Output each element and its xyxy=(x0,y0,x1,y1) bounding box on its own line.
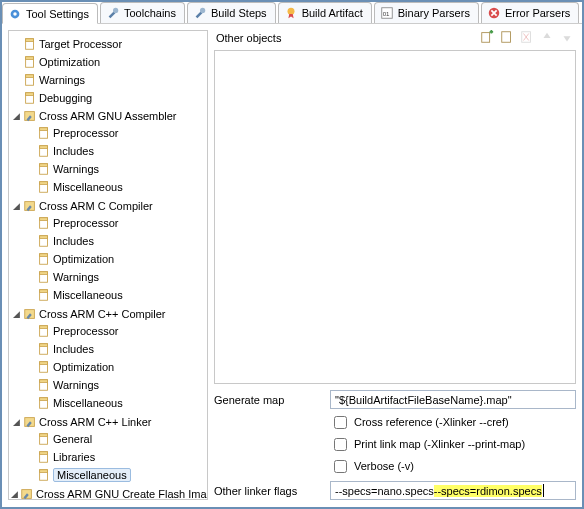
settings-panel: Other objects Generate map Cross referen… xyxy=(214,30,576,500)
tree-group[interactable]: ◢Cross ARM GNU Create Flash Image xyxy=(11,486,205,500)
svg-text:01: 01 xyxy=(382,10,389,17)
tab-error-parsers[interactable]: Error Parsers xyxy=(481,2,579,23)
tree-item[interactable]: Libraries xyxy=(25,449,205,465)
settings-tree[interactable]: Target ProcessorOptimizationWarningsDebu… xyxy=(8,30,208,500)
tab-binary-parsers[interactable]: 01 Binary Parsers xyxy=(374,2,479,23)
tree-item[interactable]: Optimization xyxy=(11,54,205,70)
flag-text-plain: --specs=nano.specs xyxy=(335,485,434,497)
other-objects-list[interactable] xyxy=(214,50,576,384)
tree-item[interactable]: Optimization xyxy=(25,359,205,375)
tree-item-label: Libraries xyxy=(53,451,95,463)
tree-group-label: Cross ARM C++ Compiler xyxy=(39,308,166,320)
svg-rect-44 xyxy=(40,380,48,383)
tree-item[interactable]: Includes xyxy=(25,341,205,357)
tree-item[interactable]: Miscellaneous xyxy=(25,467,205,483)
tab-label: Binary Parsers xyxy=(398,7,470,19)
tab-build-steps[interactable]: Build Steps xyxy=(187,2,276,23)
expand-icon[interactable]: ◢ xyxy=(11,309,21,319)
tab-label: Build Steps xyxy=(211,7,267,19)
tab-toolchains[interactable]: Toolchains xyxy=(100,2,185,23)
page-icon xyxy=(23,37,37,51)
page-icon xyxy=(37,342,51,356)
page-icon xyxy=(37,162,51,176)
generate-map-input[interactable] xyxy=(330,390,576,409)
svg-point-2 xyxy=(113,8,118,13)
svg-rect-9 xyxy=(26,39,34,42)
error-icon xyxy=(487,6,501,20)
tree-item-label: Optimization xyxy=(53,361,114,373)
delete-icon[interactable] xyxy=(520,30,534,46)
tab-build-artifact[interactable]: Build Artifact xyxy=(278,2,372,23)
tree-group-label: Cross ARM C Compiler xyxy=(39,200,153,212)
tree-group[interactable]: ◢Cross ARM C++ Linker xyxy=(11,414,205,430)
tree-item[interactable]: Preprocessor xyxy=(25,323,205,339)
svg-point-1 xyxy=(13,12,17,16)
svg-point-3 xyxy=(200,8,205,13)
svg-rect-22 xyxy=(40,164,48,167)
tree-item-label: Preprocessor xyxy=(53,325,118,337)
svg-rect-38 xyxy=(40,326,48,329)
tree-item[interactable]: Includes xyxy=(25,143,205,159)
tab-label: Error Parsers xyxy=(505,7,570,19)
tree-item-label: Warnings xyxy=(53,379,99,391)
tree-item-label: General xyxy=(53,433,92,445)
tree-item[interactable]: Miscellaneous xyxy=(25,287,205,303)
page-icon xyxy=(37,378,51,392)
move-up-icon[interactable] xyxy=(540,30,554,46)
tool-icon xyxy=(23,307,37,321)
svg-rect-29 xyxy=(40,236,48,239)
svg-rect-24 xyxy=(40,182,48,185)
wrench-icon xyxy=(193,6,207,20)
page-icon xyxy=(23,91,37,105)
tree-item-label: Miscellaneous xyxy=(53,181,123,193)
add-file-icon[interactable] xyxy=(500,30,514,46)
page-icon xyxy=(37,270,51,284)
svg-rect-40 xyxy=(40,344,48,347)
generate-map-label: Generate map xyxy=(214,394,324,406)
tool-icon xyxy=(23,109,37,123)
tool-icon xyxy=(23,415,37,429)
tree-item[interactable]: Warnings xyxy=(11,72,205,88)
tree-item[interactable]: Debugging xyxy=(11,90,205,106)
tree-item[interactable]: Warnings xyxy=(25,161,205,177)
tree-group[interactable]: ◢Cross ARM C++ Compiler xyxy=(11,306,205,322)
svg-rect-61 xyxy=(502,32,511,43)
page-icon xyxy=(37,324,51,338)
tree-item-label: Preprocessor xyxy=(53,127,118,139)
tree-item-label: Optimization xyxy=(53,253,114,265)
svg-rect-53 xyxy=(40,470,48,473)
tree-item-label: Target Processor xyxy=(39,38,122,50)
svg-rect-13 xyxy=(26,75,34,78)
svg-rect-33 xyxy=(40,272,48,275)
move-down-icon[interactable] xyxy=(560,30,574,46)
tree-item[interactable]: Preprocessor xyxy=(25,125,205,141)
cross-reference-checkbox[interactable] xyxy=(334,416,347,429)
tree-group[interactable]: ◢Cross ARM C Compiler xyxy=(11,198,205,214)
page-icon xyxy=(37,216,51,230)
tree-item[interactable]: Miscellaneous xyxy=(25,179,205,195)
tree-item[interactable]: General xyxy=(25,431,205,447)
tree-item[interactable]: Warnings xyxy=(25,377,205,393)
tree-group-label: Cross ARM C++ Linker xyxy=(39,416,151,428)
other-linker-flags-input[interactable]: --specs=nano.specs --specs=rdimon.specs xyxy=(330,481,576,500)
tree-item[interactable]: Optimization xyxy=(25,251,205,267)
tree-item[interactable]: Preprocessor xyxy=(25,215,205,231)
tab-tool-settings[interactable]: Tool Settings xyxy=(2,3,98,24)
expand-icon[interactable]: ◢ xyxy=(11,489,18,499)
verbose-checkbox[interactable] xyxy=(334,460,347,473)
expand-icon[interactable]: ◢ xyxy=(11,111,21,121)
tree-item[interactable]: Target Processor xyxy=(11,36,205,52)
tree-group[interactable]: ◢Cross ARM GNU Assembler xyxy=(11,108,205,124)
tab-label: Build Artifact xyxy=(302,7,363,19)
page-icon xyxy=(37,450,51,464)
tree-item[interactable]: Miscellaneous xyxy=(25,395,205,411)
add-icon[interactable] xyxy=(480,30,494,46)
svg-point-4 xyxy=(287,8,294,15)
tree-item-label: Miscellaneous xyxy=(53,468,131,482)
expand-icon[interactable]: ◢ xyxy=(11,201,21,211)
tree-item[interactable]: Warnings xyxy=(25,269,205,285)
tree-item[interactable]: Includes xyxy=(25,233,205,249)
verbose-label: Verbose (-v) xyxy=(354,460,414,472)
print-link-map-checkbox[interactable] xyxy=(334,438,347,451)
expand-icon[interactable]: ◢ xyxy=(11,417,21,427)
